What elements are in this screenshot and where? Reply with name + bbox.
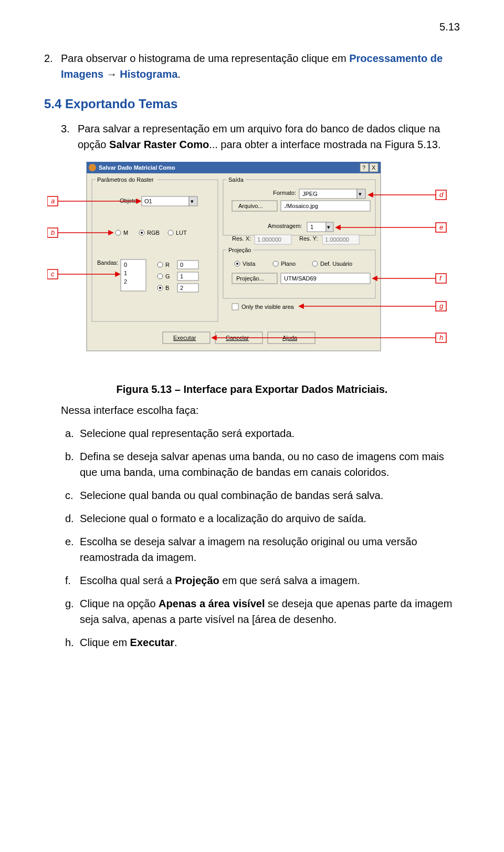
label-objeto: Objeto: bbox=[120, 198, 138, 204]
svg-point-10 bbox=[141, 232, 143, 234]
svg-point-2 bbox=[89, 164, 96, 171]
label-formato: Formato: bbox=[273, 190, 296, 196]
list-letter: e. bbox=[65, 534, 80, 565]
svg-text:0: 0 bbox=[124, 262, 127, 268]
svg-text:1: 1 bbox=[180, 273, 183, 279]
dialog-title: Salvar Dado Matricial Como bbox=[99, 164, 175, 171]
option-name: Salvar Raster Como bbox=[109, 139, 209, 150]
svg-text:Res. Y:: Res. Y: bbox=[299, 235, 318, 242]
list-item: Clique na opção Apenas a área visível se… bbox=[80, 596, 460, 627]
svg-point-45 bbox=[236, 263, 238, 265]
svg-text:2: 2 bbox=[124, 278, 127, 285]
svg-text:Vista: Vista bbox=[243, 261, 256, 267]
list-item: Escolha qual será a Projeção em que será… bbox=[80, 573, 460, 588]
text: Para observar o histograma de uma repres… bbox=[61, 53, 349, 64]
svg-text:▾: ▾ bbox=[191, 198, 194, 204]
svg-text:▾: ▾ bbox=[327, 224, 330, 230]
radio-m[interactable] bbox=[116, 230, 121, 235]
svg-text:Executar: Executar bbox=[173, 335, 196, 341]
svg-text:Arquivo...: Arquivo... bbox=[238, 203, 262, 209]
svg-text:JPEG: JPEG bbox=[302, 191, 318, 197]
list-number-2: 2. bbox=[44, 50, 61, 82]
help-icon[interactable]: ? bbox=[362, 164, 365, 171]
callout-h: h bbox=[439, 334, 443, 341]
list-letter: h. bbox=[65, 635, 80, 650]
list-letter: b. bbox=[65, 449, 80, 480]
list-item: Selecione qual representação será export… bbox=[80, 425, 460, 441]
radio-lut[interactable] bbox=[168, 230, 173, 235]
svg-text:1.000000: 1.000000 bbox=[325, 236, 349, 243]
paragraph: Para salvar a representação em um arquiv… bbox=[78, 121, 460, 152]
list-letter: a. bbox=[65, 425, 80, 441]
list-letter: f. bbox=[65, 573, 80, 588]
svg-text:0: 0 bbox=[180, 262, 183, 268]
svg-text:Res. X:: Res. X: bbox=[232, 235, 251, 242]
list-letter: d. bbox=[65, 511, 80, 526]
groupbox-label: Parâmetros do Raster bbox=[97, 176, 154, 183]
callout-f: f bbox=[439, 274, 442, 282]
svg-text:G: G bbox=[165, 273, 170, 279]
text: . bbox=[177, 68, 181, 80]
text: → bbox=[103, 68, 120, 80]
list-letter: c. bbox=[65, 487, 80, 503]
svg-text:1: 1 bbox=[124, 270, 127, 276]
callout-a: a bbox=[51, 197, 55, 205]
svg-text:Projeção...: Projeção... bbox=[236, 275, 264, 282]
paragraph: Para observar o histograma de uma repres… bbox=[61, 50, 460, 82]
svg-text:1.000000: 1.000000 bbox=[257, 236, 281, 243]
figure-caption: Figura 5.13 – Interface para Exportar Da… bbox=[44, 381, 460, 397]
radio-g[interactable] bbox=[158, 274, 163, 279]
groupbox-label-proj: Projeção bbox=[228, 247, 251, 253]
close-icon[interactable]: X bbox=[372, 164, 376, 171]
visible-area-checkbox[interactable] bbox=[232, 304, 238, 310]
label-amostragem: Amostragem: bbox=[268, 223, 302, 229]
radio-defusuario[interactable] bbox=[312, 261, 318, 266]
list-item: Selecione qual banda ou qual combinação … bbox=[80, 487, 460, 503]
radio-r[interactable] bbox=[158, 262, 163, 267]
page-number: 5.13 bbox=[439, 19, 460, 35]
svg-text:Only the visible area: Only the visible area bbox=[242, 304, 295, 310]
groupbox-label-saida: Saída bbox=[228, 176, 244, 183]
radio-plano[interactable] bbox=[273, 261, 278, 266]
paragraph: Nessa interface escolha faça: bbox=[61, 402, 460, 418]
callout-b: b bbox=[51, 228, 55, 236]
callout-c: c bbox=[51, 270, 55, 278]
label-bandas: Bandas: bbox=[97, 259, 118, 266]
svg-text:RGB: RGB bbox=[147, 230, 160, 236]
text: ... para obter a interface mostrada na F… bbox=[209, 139, 440, 150]
svg-text:▾: ▾ bbox=[359, 191, 362, 197]
svg-text:Def. Usuário: Def. Usuário bbox=[320, 261, 352, 267]
list-item: Escolha se deseja salvar a imagem na res… bbox=[80, 534, 460, 565]
list-item: Clique em Executar. bbox=[80, 635, 460, 650]
svg-text:M: M bbox=[123, 230, 128, 236]
figure-dialog: Salvar Dado Matricial Como ? X Parâmetro… bbox=[47, 162, 457, 372]
callout-g: g bbox=[439, 302, 444, 310]
list-letter: g. bbox=[65, 596, 80, 627]
menu-name: Histograma bbox=[120, 68, 177, 80]
svg-text:LUT: LUT bbox=[176, 230, 187, 236]
svg-point-22 bbox=[159, 287, 161, 289]
value-objeto: O1 bbox=[144, 198, 152, 204]
svg-text:./Mosaico.jpg: ./Mosaico.jpg bbox=[284, 203, 318, 209]
svg-text:R: R bbox=[165, 262, 170, 268]
section-heading: 5.4 Exportando Temas bbox=[44, 95, 460, 113]
list-number-3: 3. bbox=[61, 121, 78, 152]
svg-text:2: 2 bbox=[180, 285, 183, 291]
svg-text:1: 1 bbox=[310, 224, 313, 230]
callout-d: d bbox=[439, 191, 444, 199]
svg-text:B: B bbox=[165, 285, 169, 291]
callout-e: e bbox=[439, 223, 443, 231]
list-item: Defina se deseja salvar apenas uma banda… bbox=[80, 449, 460, 480]
list-item: Selecione qual o formato e a localização… bbox=[80, 511, 460, 526]
svg-text:Plano: Plano bbox=[281, 261, 296, 267]
svg-text:UTM/SAD69: UTM/SAD69 bbox=[284, 275, 317, 282]
